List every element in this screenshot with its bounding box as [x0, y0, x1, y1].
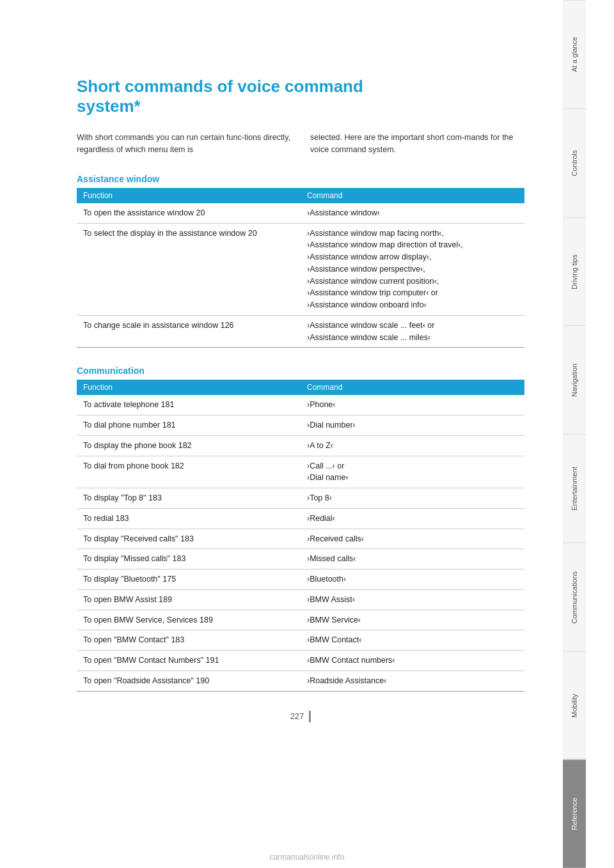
table-row: To open "Roadside Assistance" 190›Roadsi…: [77, 670, 524, 691]
table-row: To activate telephone 181›Phone‹: [77, 395, 524, 415]
communication-col-command: Command: [301, 380, 524, 395]
command-cell: ›BMW Assist‹: [301, 589, 524, 610]
function-cell: To open BMW Service, Services 189: [77, 610, 301, 630]
function-cell: To open "BMW Contact" 183: [77, 630, 301, 651]
table-row: To dial phone number 181›Dial number‹: [77, 415, 524, 436]
command-cell: ›Roadside Assistance‹: [301, 670, 524, 691]
command-cell: ›BMW Service‹: [301, 610, 524, 630]
intro-left: With short commands you can run certain …: [77, 132, 291, 156]
table-row: To display the phone book 182›A to Z‹: [77, 435, 524, 456]
intro-text: With short commands you can run certain …: [77, 132, 524, 156]
communication-section-title: Communication: [77, 366, 524, 376]
side-tab-driving-tips[interactable]: Driving tips: [563, 217, 586, 326]
table-row: To display "Missed calls" 183›Missed cal…: [77, 549, 524, 570]
command-cell: ›Assistance window scale ... feet‹ or ›A…: [301, 315, 524, 348]
function-cell: To open the assistance window 20: [77, 203, 301, 223]
function-cell: To change scale in assistance window 126: [77, 315, 301, 348]
table-row: To select the display in the assistance …: [77, 223, 524, 315]
table-row: To open BMW Service, Services 189›BMW Se…: [77, 610, 524, 630]
communication-table: Function Command To activate telephone 1…: [77, 380, 524, 691]
page-title: Short commands of voice command system*: [77, 77, 524, 116]
assistance-col-command: Command: [301, 188, 524, 203]
table-row: To dial from phone book 182›Call ...‹ or…: [77, 456, 524, 488]
side-tab-navigation[interactable]: Navigation: [563, 325, 586, 434]
table-row: To open BMW Assist 189›BMW Assist‹: [77, 589, 524, 610]
side-tab-reference[interactable]: Reference: [563, 759, 586, 868]
intro-right: selected. Here are the important short c…: [310, 132, 524, 156]
command-cell: ›Phone‹: [301, 395, 524, 415]
function-cell: To display "Bluetooth" 175: [77, 570, 301, 590]
page-num-bar: [309, 711, 311, 722]
table-row: To open "BMW Contact Numbers" 191›BMW Co…: [77, 651, 524, 671]
function-cell: To open "Roadside Assistance" 190: [77, 670, 301, 691]
function-cell: To dial from phone book 182: [77, 456, 301, 488]
communication-col-function: Function: [77, 380, 301, 395]
function-cell: To display the phone book 182: [77, 435, 301, 456]
command-cell: ›Received calls‹: [301, 529, 524, 549]
command-cell: ›Assistance window‹: [301, 203, 524, 223]
side-tab-entertainment[interactable]: Entertainment: [563, 434, 586, 543]
table-row: To redial 183›Redial‹: [77, 508, 524, 529]
assistance-section-title: Assistance window: [77, 174, 524, 184]
table-row: To display "Received calls" 183›Received…: [77, 529, 524, 549]
function-cell: To dial phone number 181: [77, 415, 301, 436]
table-row: To open "BMW Contact" 183›BMW Contact‹: [77, 630, 524, 651]
function-cell: To display "Top 8" 183: [77, 488, 301, 509]
function-cell: To activate telephone 181: [77, 395, 301, 415]
table-row: To display "Bluetooth" 175›Bluetooth‹: [77, 570, 524, 590]
function-cell: To display "Missed calls" 183: [77, 549, 301, 570]
command-cell: ›Top 8‹: [301, 488, 524, 509]
command-cell: ›Missed calls‹: [301, 549, 524, 570]
assistance-col-function: Function: [77, 188, 301, 203]
command-cell: ›BMW Contact numbers‹: [301, 651, 524, 671]
page-number: 227: [77, 711, 524, 722]
side-tab-controls[interactable]: Controls: [563, 109, 586, 217]
command-cell: ›Call ...‹ or ›Dial name‹: [301, 456, 524, 488]
function-cell: To select the display in the assistance …: [77, 223, 301, 315]
page-wrapper: Short commands of voice command system* …: [0, 0, 614, 868]
function-cell: To open "BMW Contact Numbers" 191: [77, 651, 301, 671]
side-tab-communications[interactable]: Communications: [563, 543, 586, 651]
table-row: To open the assistance window 20›Assista…: [77, 203, 524, 223]
function-cell: To redial 183: [77, 508, 301, 529]
watermark: carmanualsonline.info: [270, 853, 345, 862]
command-cell: ›Bluetooth‹: [301, 570, 524, 590]
function-cell: To open BMW Assist 189: [77, 589, 301, 610]
command-cell: ›Redial‹: [301, 508, 524, 529]
side-tab-at-a-glance[interactable]: At a glance: [563, 0, 586, 109]
main-content: Short commands of voice command system* …: [0, 0, 563, 868]
command-cell: ›Dial number‹: [301, 415, 524, 436]
command-cell: ›BMW Contact‹: [301, 630, 524, 651]
function-cell: To display "Received calls" 183: [77, 529, 301, 549]
side-tab-mobility[interactable]: Mobility: [563, 651, 586, 760]
table-row: To display "Top 8" 183›Top 8‹: [77, 488, 524, 509]
table-row: To change scale in assistance window 126…: [77, 315, 524, 348]
command-cell: ›Assistance window map facing north‹, ›A…: [301, 223, 524, 315]
assistance-table: Function Command To open the assistance …: [77, 188, 524, 348]
side-tabs: At a glanceControlsDriving tipsNavigatio…: [563, 0, 586, 868]
command-cell: ›A to Z‹: [301, 435, 524, 456]
